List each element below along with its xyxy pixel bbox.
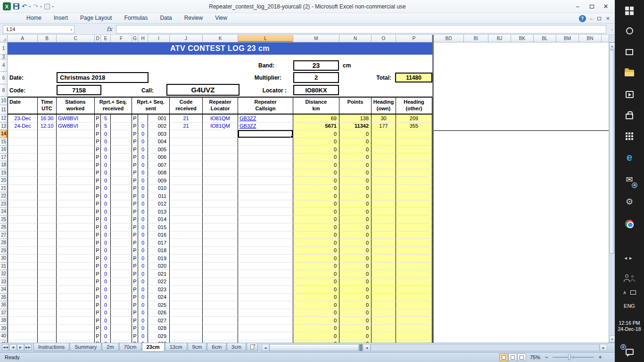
cell-G28[interactable]: P — [132, 239, 138, 247]
first-sheet-icon[interactable]: ◀◀ — [2, 344, 9, 351]
cell-G13[interactable]: P — [132, 123, 138, 131]
cell-M26[interactable]: 0 — [293, 223, 339, 231]
task-view-button[interactable] — [615, 45, 644, 59]
cell-P16[interactable] — [396, 146, 432, 154]
cell-E38[interactable]: 0 — [101, 317, 111, 325]
row-header-22[interactable]: 22 — [0, 192, 8, 200]
cell-L31[interactable] — [238, 263, 293, 271]
cell-J13[interactable]: 21 — [170, 123, 203, 131]
cell-J39[interactable] — [170, 325, 203, 333]
cell-A30[interactable] — [8, 255, 38, 263]
cell-L35[interactable] — [238, 294, 293, 302]
cell-B23[interactable] — [38, 200, 57, 208]
cell-H12[interactable] — [138, 115, 148, 123]
row-header-32[interactable]: 32 — [0, 270, 8, 278]
cell-L33[interactable] — [238, 278, 293, 286]
zoom-slider[interactable] — [553, 357, 594, 358]
cell-N33[interactable]: 0 — [339, 278, 372, 286]
cell-K31[interactable] — [203, 263, 238, 271]
horizontal-scrollbar[interactable]: ◀ ◀ ▶ — [262, 344, 607, 351]
sheet-tab-23cm[interactable]: 23cm — [142, 343, 165, 352]
edge-button[interactable]: e — [615, 150, 644, 165]
cell-D15[interactable]: P — [95, 138, 101, 146]
cell-F20[interactable] — [111, 177, 132, 185]
cell-G31[interactable]: P — [132, 263, 138, 271]
cell-P21[interactable] — [396, 185, 432, 193]
cell-J28[interactable] — [170, 239, 203, 247]
cell-I28[interactable]: 017 — [148, 239, 170, 247]
row-header-8[interactable]: 8 — [0, 84, 8, 97]
cell-A22[interactable] — [8, 192, 38, 200]
column-header-O[interactable]: O — [372, 35, 396, 42]
main-pane[interactable]: ATV CONTEST LOG 23 cm Band: 23 cm Date: … — [8, 42, 432, 343]
cell-N40[interactable]: 0 — [339, 332, 372, 340]
sheet-tab-6cm[interactable]: 6cm — [207, 343, 226, 351]
name-box[interactable]: L14 ▾ — [3, 25, 74, 33]
cell-I40[interactable]: 029 — [148, 332, 170, 340]
cell-K36[interactable] — [203, 301, 238, 309]
cell-I33[interactable]: 022 — [148, 278, 170, 286]
cell-C29[interactable] — [57, 247, 95, 255]
cell-F27[interactable] — [111, 231, 132, 239]
cell-E15[interactable]: 0 — [101, 138, 111, 146]
cell-D13[interactable]: P — [95, 123, 101, 131]
minimize-button[interactable]: – — [570, 0, 585, 13]
cell-J29[interactable] — [170, 247, 203, 255]
cell-B37[interactable] — [38, 309, 57, 317]
cell-A18[interactable] — [8, 161, 38, 169]
cell-A21[interactable] — [8, 185, 38, 193]
cell-C28[interactable] — [57, 239, 95, 247]
close-button[interactable]: ✕ — [599, 0, 613, 13]
cell-K39[interactable] — [203, 325, 238, 333]
cell-J26[interactable] — [170, 223, 203, 231]
cell-B29[interactable] — [38, 247, 57, 255]
cell-N35[interactable]: 0 — [339, 294, 372, 302]
cell-M14[interactable]: 0 — [293, 130, 339, 138]
cell-J19[interactable] — [170, 169, 203, 177]
row-header-19[interactable]: 19 — [0, 169, 8, 177]
cell-O12[interactable]: 30 — [372, 115, 396, 123]
cell-O24[interactable] — [372, 208, 396, 216]
cell-J31[interactable] — [170, 263, 203, 271]
cell-F34[interactable] — [111, 286, 132, 294]
cell-E31[interactable]: 0 — [101, 263, 111, 271]
cell-B27[interactable] — [38, 231, 57, 239]
cell-F18[interactable] — [111, 161, 132, 169]
cell-H21[interactable]: 0 — [138, 185, 148, 193]
cell-K18[interactable] — [203, 161, 238, 169]
zoom-out-button[interactable]: − — [544, 354, 549, 361]
cell-F33[interactable] — [111, 278, 132, 286]
toolbar-extra-button[interactable] — [44, 4, 50, 9]
cell-M12[interactable]: 69 — [293, 115, 339, 123]
cell-J35[interactable] — [170, 294, 203, 302]
cell-E25[interactable]: 0 — [101, 216, 111, 224]
cell-B30[interactable] — [38, 255, 57, 263]
cell-N36[interactable]: 0 — [339, 301, 372, 309]
cell-K16[interactable] — [203, 146, 238, 154]
cell-M17[interactable]: 0 — [293, 154, 339, 162]
cell-D21[interactable]: P — [95, 185, 101, 193]
cell-C30[interactable] — [57, 255, 95, 263]
scroll-left-right-pane-icon[interactable]: ◀ — [363, 344, 371, 351]
column-header-E[interactable]: E — [101, 35, 111, 42]
cell-K33[interactable] — [203, 278, 238, 286]
cell-O25[interactable] — [372, 216, 396, 224]
cell-M31[interactable]: 0 — [293, 263, 339, 271]
cell-I14[interactable]: 003 — [148, 130, 170, 138]
cell-K15[interactable] — [203, 138, 238, 146]
cell-J27[interactable] — [170, 231, 203, 239]
row-header-15[interactable]: 15 — [0, 138, 8, 146]
cell-N19[interactable]: 0 — [339, 169, 372, 177]
cell-O32[interactable] — [372, 270, 396, 278]
cell-N24[interactable]: 0 — [339, 208, 372, 216]
cell-I23[interactable]: 012 — [148, 200, 170, 208]
cell-H24[interactable]: 0 — [138, 208, 148, 216]
cell-G17[interactable]: P — [132, 154, 138, 162]
cell-E27[interactable]: 0 — [101, 231, 111, 239]
cell-F12[interactable] — [111, 115, 132, 123]
cell-N29[interactable]: 0 — [339, 247, 372, 255]
redo-dropdown-icon[interactable]: ▾ — [41, 5, 42, 8]
cell-A28[interactable] — [8, 239, 38, 247]
band-value-cell[interactable]: 23 — [293, 60, 339, 71]
cell-N13[interactable]: 11342 — [339, 123, 372, 131]
